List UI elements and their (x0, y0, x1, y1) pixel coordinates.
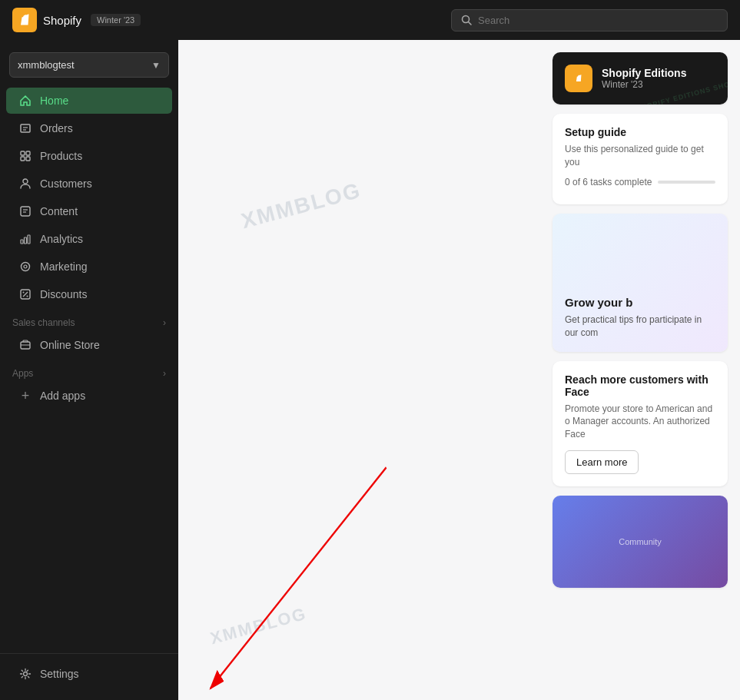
search-icon (461, 15, 472, 25)
analytics-icon (18, 232, 32, 246)
main-layout: xmmblogtest ▼ Home Orders (0, 40, 740, 700)
svg-rect-9 (26, 157, 30, 161)
store-name: xmmblogtest (18, 59, 75, 71)
apps-label: Apps (12, 368, 33, 379)
sidebar-item-settings[interactable]: Settings (6, 661, 172, 687)
sales-channels-label: Sales channels (12, 317, 75, 328)
sidebar-item-orders[interactable]: Orders (6, 115, 172, 141)
facebook-card: Reach more customers with Face Promote y… (553, 361, 728, 486)
sidebar-item-marketing[interactable]: Marketing (6, 254, 172, 280)
svg-point-25 (24, 672, 28, 676)
svg-rect-6 (21, 151, 25, 155)
apps-section[interactable]: Apps › (0, 359, 178, 382)
discounts-label: Discounts (40, 288, 87, 300)
header: Shopify Winter '23 (0, 0, 740, 40)
svg-rect-11 (21, 207, 30, 216)
grow-description: Get practical tips fro participate in ou… (565, 314, 715, 340)
marketing-icon (18, 260, 32, 274)
sidebar: xmmblogtest ▼ Home Orders (0, 40, 178, 700)
svg-rect-16 (28, 235, 30, 244)
right-panel: SHOPIFY EDITIONS SHOPIFY EDITIONS SHOPIF… (540, 40, 740, 700)
settings-label: Settings (40, 668, 79, 680)
store-selector[interactable]: xmmblogtest ▼ (9, 52, 169, 78)
sidebar-item-discounts[interactable]: Discounts (6, 281, 172, 307)
settings-icon (18, 667, 32, 681)
watermark: XMMBLOG (239, 178, 364, 234)
customers-icon (18, 177, 32, 191)
editions-card: SHOPIFY EDITIONS SHOPIFY EDITIONS SHOPIF… (553, 52, 728, 105)
version-badge: Winter '23 (91, 14, 141, 26)
setup-card-content: Setup guide Use this personalized guide … (553, 114, 728, 204)
svg-point-10 (23, 179, 28, 184)
online-store-icon (18, 338, 32, 352)
community-image-label: Community (619, 537, 662, 546)
sidebar-item-customers[interactable]: Customers (6, 171, 172, 197)
grow-title: Grow your b (565, 296, 715, 309)
add-apps-icon: + (18, 389, 32, 403)
chevron-down-icon: ▼ (151, 60, 161, 71)
svg-point-17 (22, 263, 30, 271)
apps-chevron-icon: › (163, 368, 166, 379)
setup-title: Setup guide (565, 126, 715, 138)
marketing-label: Marketing (40, 260, 87, 273)
home-label: Home (40, 95, 68, 107)
editions-icon (565, 65, 592, 92)
annotation-arrow (178, 40, 540, 700)
sales-channels-chevron-icon: › (163, 317, 166, 328)
svg-point-22 (27, 296, 28, 297)
logo: Shopify (12, 8, 81, 32)
content-icon (18, 204, 32, 218)
customers-label: Customers (40, 177, 92, 190)
search-bar[interactable] (451, 9, 728, 32)
add-apps-label: Add apps (40, 390, 85, 402)
analytics-label: Analytics (40, 233, 83, 245)
svg-rect-14 (21, 240, 23, 244)
discounts-icon (18, 287, 32, 301)
products-icon (18, 149, 32, 163)
editions-title: Shopify Editions (602, 67, 686, 79)
community-image: Community (553, 496, 728, 588)
community-card: Community (553, 496, 728, 588)
setup-description: Use this personalized guide to get you (565, 143, 715, 169)
orders-label: Orders (40, 122, 73, 134)
progress-bar (658, 181, 715, 184)
content-label: Content (40, 205, 78, 217)
main-content: XMMBLOG XMMBLOG (178, 40, 540, 700)
search-input[interactable] (478, 15, 718, 26)
svg-rect-15 (25, 237, 27, 244)
products-label: Products (40, 150, 82, 162)
sales-channels-section[interactable]: Sales channels › (0, 308, 178, 331)
brand-name: Shopify (43, 14, 81, 27)
online-store-label: Online Store (40, 339, 100, 351)
svg-line-2 (469, 22, 472, 25)
svg-rect-3 (21, 124, 30, 132)
sidebar-bottom: Settings (0, 653, 178, 694)
sidebar-item-online-store[interactable]: Online Store (6, 332, 172, 358)
facebook-card-content: Reach more customers with Face Promote y… (553, 361, 728, 486)
home-icon (18, 94, 32, 108)
svg-point-18 (24, 265, 27, 268)
facebook-title: Reach more customers with Face (565, 373, 715, 398)
sidebar-item-add-apps[interactable]: + Add apps (6, 383, 172, 409)
sidebar-item-home[interactable]: Home (6, 88, 172, 114)
setup-progress-text: 0 of 6 tasks complete (565, 177, 715, 187)
svg-point-21 (23, 292, 25, 294)
editions-subtitle: Winter '23 (602, 79, 686, 90)
svg-rect-8 (21, 157, 25, 161)
editions-text-block: Shopify Editions Winter '23 (602, 67, 686, 90)
svg-rect-7 (26, 151, 30, 155)
sidebar-item-analytics[interactable]: Analytics (6, 226, 172, 252)
svg-line-27 (211, 467, 387, 688)
orders-icon (18, 121, 32, 135)
sidebar-item-content[interactable]: Content (6, 198, 172, 224)
sidebar-item-products[interactable]: Products (6, 143, 172, 169)
shopify-logo-icon (12, 8, 37, 32)
setup-guide-card: Setup guide Use this personalized guide … (553, 114, 728, 204)
grow-card: Grow your b Get practical tips fro parti… (553, 214, 728, 352)
watermark2: XMMBLOG (208, 604, 309, 649)
facebook-description: Promote your store to American and o Man… (565, 403, 715, 441)
learn-more-button[interactable]: Learn more (565, 450, 639, 474)
